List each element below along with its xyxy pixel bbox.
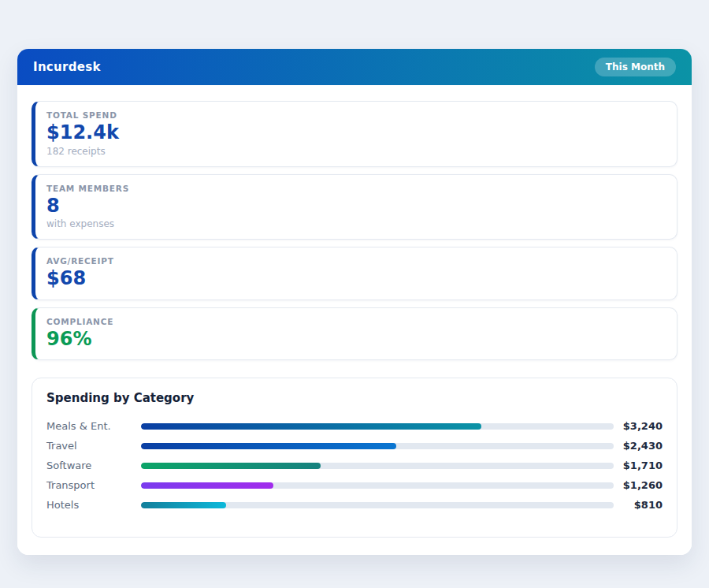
dashboard-panel: Incurdesk This Month TOTAL SPEND $12.4k … (17, 49, 692, 555)
chart-bar-track (141, 502, 614, 508)
chart-value-label: $3,240 (614, 420, 663, 432)
chart-category-label: Transport (46, 479, 141, 491)
chart-value-label: $1,710 (614, 460, 663, 471)
stat-card-avg-receipt: AVG/RECEIPT $68 (32, 247, 677, 300)
chart-category-label: Travel (46, 440, 141, 452)
chart-row: Software $1,710 (46, 456, 663, 475)
chart-title: Spending by Category (46, 391, 663, 405)
stat-value: 96% (46, 329, 663, 351)
stat-subtext: 182 receipts (46, 146, 663, 157)
stat-card-list: TOTAL SPEND $12.4k 182 receipts TEAM MEM… (32, 101, 677, 360)
chart-bar-track (141, 423, 614, 430)
stat-card-compliance: COMPLIANCE 96% (32, 307, 677, 361)
chart-category-label: Meals & Ent. (46, 420, 141, 432)
stat-label: TEAM MEMBERS (46, 184, 663, 193)
stat-value: $12.4k (46, 122, 663, 144)
spending-by-category-chart: Spending by Category Meals & Ent. $3,240… (32, 378, 677, 538)
stat-label: TOTAL SPEND (46, 110, 663, 120)
app-header: Incurdesk This Month (17, 49, 692, 85)
app-title: Incurdesk (33, 60, 101, 74)
chart-bar-track (141, 482, 614, 489)
chart-bar-fill (141, 482, 273, 489)
period-badge[interactable]: This Month (595, 58, 676, 76)
stat-card-total-spend: TOTAL SPEND $12.4k 182 receipts (32, 101, 677, 167)
chart-bar-fill (141, 443, 396, 449)
chart-rows: Meals & Ent. $3,240 Travel $2,430 Softwa… (46, 416, 663, 515)
stat-card-team-members: TEAM MEMBERS 8 with expenses (32, 174, 677, 240)
chart-bar-fill (141, 423, 481, 430)
chart-bar-fill (141, 463, 321, 469)
dashboard-content: TOTAL SPEND $12.4k 182 receipts TEAM MEM… (17, 85, 692, 555)
chart-row: Travel $2,430 (46, 436, 663, 456)
stat-label: AVG/RECEIPT (46, 256, 663, 266)
chart-category-label: Hotels (46, 499, 141, 511)
chart-row: Transport $1,260 (46, 475, 663, 495)
chart-bar-fill (141, 502, 226, 508)
stat-subtext: with expenses (46, 218, 663, 229)
chart-value-label: $2,430 (614, 440, 663, 452)
chart-row: Meals & Ent. $3,240 (46, 416, 663, 436)
chart-value-label: $1,260 (614, 479, 663, 491)
stat-value: 8 (46, 195, 663, 218)
stat-value: $68 (46, 268, 663, 290)
stat-label: COMPLIANCE (46, 317, 663, 326)
chart-value-label: $810 (614, 499, 663, 511)
chart-row: Hotels $810 (46, 495, 663, 515)
chart-category-label: Software (46, 460, 141, 471)
chart-bar-track (141, 443, 614, 449)
chart-bar-track (141, 463, 614, 469)
